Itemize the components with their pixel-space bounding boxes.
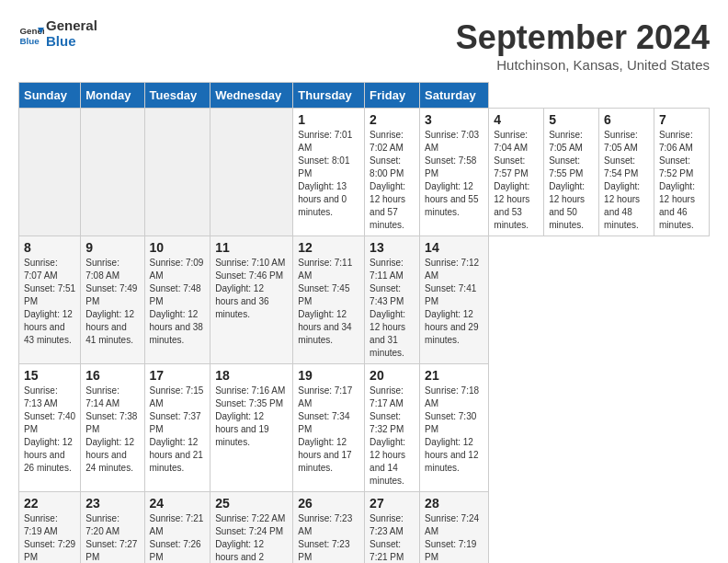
calendar-cell: 2Sunrise: 7:02 AMSunset: 8:00 PMDaylight… (365, 109, 420, 236)
day-info: Sunrise: 7:07 AMSunset: 7:51 PMDaylight:… (24, 257, 75, 347)
calendar-cell: 20Sunrise: 7:17 AMSunset: 7:32 PMDayligh… (365, 364, 420, 492)
calendar-week-row: 22Sunrise: 7:19 AMSunset: 7:29 PMDayligh… (19, 492, 710, 564)
day-info: Sunrise: 7:09 AMSunset: 7:48 PMDaylight:… (150, 257, 206, 347)
day-info: Sunrise: 7:01 AMSunset: 8:01 PMDaylight:… (298, 129, 359, 219)
calendar-cell: 23Sunrise: 7:20 AMSunset: 7:27 PMDayligh… (81, 492, 144, 564)
day-info: Sunrise: 7:05 AMSunset: 7:55 PMDaylight:… (549, 129, 594, 232)
weekday-header-friday: Friday (365, 83, 420, 109)
day-number: 28 (425, 496, 483, 511)
calendar-cell: 13Sunrise: 7:11 AMSunset: 7:43 PMDayligh… (365, 236, 420, 364)
day-info: Sunrise: 7:08 AMSunset: 7:49 PMDaylight:… (85, 257, 139, 347)
day-info: Sunrise: 7:17 AMSunset: 7:34 PMDaylight:… (298, 385, 359, 475)
day-info: Sunrise: 7:22 AMSunset: 7:24 PMDaylight:… (215, 512, 288, 563)
day-info: Sunrise: 7:20 AMSunset: 7:27 PMDaylight:… (85, 512, 139, 563)
calendar-cell (210, 109, 293, 236)
calendar-title: September 2024 (456, 18, 710, 57)
day-info: Sunrise: 7:02 AMSunset: 8:00 PMDaylight:… (370, 129, 415, 232)
calendar-cell (19, 109, 81, 236)
calendar-cell: 26Sunrise: 7:23 AMSunset: 7:23 PMDayligh… (293, 492, 365, 564)
day-number: 23 (85, 496, 139, 511)
weekday-header-saturday: Saturday (420, 83, 489, 109)
title-section: September 2024 Hutchinson, Kansas, Unite… (456, 18, 710, 73)
calendar-cell: 3Sunrise: 7:03 AMSunset: 7:58 PMDaylight… (420, 109, 489, 236)
day-number: 18 (215, 368, 288, 383)
day-info: Sunrise: 7:03 AMSunset: 7:58 PMDaylight:… (425, 129, 483, 219)
calendar-cell: 5Sunrise: 7:05 AMSunset: 7:55 PMDaylight… (544, 109, 599, 236)
calendar-cell: 4Sunrise: 7:04 AMSunset: 7:57 PMDaylight… (489, 109, 544, 236)
day-number: 26 (298, 496, 359, 511)
calendar-cell: 6Sunrise: 7:05 AMSunset: 7:54 PMDaylight… (599, 109, 654, 236)
day-info: Sunrise: 7:10 AMSunset: 7:46 PMDaylight:… (215, 257, 288, 321)
day-info: Sunrise: 7:13 AMSunset: 7:40 PMDaylight:… (24, 385, 75, 475)
calendar-cell: 19Sunrise: 7:17 AMSunset: 7:34 PMDayligh… (293, 364, 365, 492)
day-number: 21 (425, 368, 483, 383)
day-info: Sunrise: 7:06 AMSunset: 7:52 PMDaylight:… (659, 129, 704, 232)
calendar-table: SundayMondayTuesdayWednesdayThursdayFrid… (18, 82, 710, 563)
calendar-subtitle: Hutchinson, Kansas, United States (456, 57, 710, 73)
calendar-cell: 18Sunrise: 7:16 AMSunset: 7:35 PMDayligh… (210, 364, 293, 492)
logo-icon: General Blue (18, 21, 44, 47)
calendar-week-row: 1Sunrise: 7:01 AMSunset: 8:01 PMDaylight… (19, 109, 710, 236)
weekday-header-monday: Monday (81, 83, 144, 109)
day-info: Sunrise: 7:16 AMSunset: 7:35 PMDaylight:… (215, 385, 288, 449)
calendar-cell: 28Sunrise: 7:24 AMSunset: 7:19 PMDayligh… (420, 492, 489, 564)
day-number: 24 (150, 496, 206, 511)
day-info: Sunrise: 7:23 AMSunset: 7:21 PMDaylight:… (370, 512, 415, 563)
day-info: Sunrise: 7:24 AMSunset: 7:19 PMDaylight:… (425, 512, 483, 563)
day-info: Sunrise: 7:14 AMSunset: 7:38 PMDaylight:… (85, 385, 139, 475)
day-number: 13 (370, 240, 415, 255)
calendar-cell (144, 109, 210, 236)
weekday-header-sunday: Sunday (19, 83, 81, 109)
calendar-cell: 11Sunrise: 7:10 AMSunset: 7:46 PMDayligh… (210, 236, 293, 364)
day-info: Sunrise: 7:23 AMSunset: 7:23 PMDaylight:… (298, 512, 359, 563)
day-number: 10 (150, 240, 206, 255)
day-number: 27 (370, 496, 415, 511)
calendar-cell: 27Sunrise: 7:23 AMSunset: 7:21 PMDayligh… (365, 492, 420, 564)
calendar-cell (81, 109, 144, 236)
weekday-header-wednesday: Wednesday (210, 83, 293, 109)
day-number: 9 (85, 240, 139, 255)
calendar-cell: 25Sunrise: 7:22 AMSunset: 7:24 PMDayligh… (210, 492, 293, 564)
calendar-cell: 24Sunrise: 7:21 AMSunset: 7:26 PMDayligh… (144, 492, 210, 564)
day-info: Sunrise: 7:15 AMSunset: 7:37 PMDaylight:… (150, 385, 206, 475)
day-info: Sunrise: 7:11 AMSunset: 7:45 PMDaylight:… (298, 257, 359, 347)
calendar-cell: 12Sunrise: 7:11 AMSunset: 7:45 PMDayligh… (293, 236, 365, 364)
day-number: 6 (604, 112, 649, 127)
page-header: General Blue General Blue September 2024… (18, 18, 710, 73)
day-number: 14 (425, 240, 483, 255)
svg-text:Blue: Blue (19, 35, 40, 45)
day-number: 22 (24, 496, 75, 511)
day-info: Sunrise: 7:19 AMSunset: 7:29 PMDaylight:… (24, 512, 75, 563)
day-info: Sunrise: 7:05 AMSunset: 7:54 PMDaylight:… (604, 129, 649, 232)
day-number: 20 (370, 368, 415, 383)
day-number: 2 (370, 112, 415, 127)
day-number: 25 (215, 496, 288, 511)
calendar-cell: 15Sunrise: 7:13 AMSunset: 7:40 PMDayligh… (19, 364, 81, 492)
day-number: 3 (425, 112, 483, 127)
calendar-cell: 10Sunrise: 7:09 AMSunset: 7:48 PMDayligh… (144, 236, 210, 364)
calendar-cell: 21Sunrise: 7:18 AMSunset: 7:30 PMDayligh… (420, 364, 489, 492)
logo-name-line1: General (46, 18, 97, 34)
calendar-cell: 14Sunrise: 7:12 AMSunset: 7:41 PMDayligh… (420, 236, 489, 364)
day-info: Sunrise: 7:21 AMSunset: 7:26 PMDaylight:… (150, 512, 206, 563)
calendar-cell: 17Sunrise: 7:15 AMSunset: 7:37 PMDayligh… (144, 364, 210, 492)
logo: General Blue General Blue (18, 18, 97, 49)
day-number: 16 (85, 368, 139, 383)
logo-name-line2: Blue (46, 34, 97, 50)
day-number: 8 (24, 240, 75, 255)
day-number: 5 (549, 112, 594, 127)
day-info: Sunrise: 7:18 AMSunset: 7:30 PMDaylight:… (425, 385, 483, 475)
day-number: 11 (215, 240, 288, 255)
day-info: Sunrise: 7:12 AMSunset: 7:41 PMDaylight:… (425, 257, 483, 347)
day-info: Sunrise: 7:11 AMSunset: 7:43 PMDaylight:… (370, 257, 415, 360)
weekday-header-thursday: Thursday (293, 83, 365, 109)
day-number: 15 (24, 368, 75, 383)
day-number: 12 (298, 240, 359, 255)
weekday-header-row: SundayMondayTuesdayWednesdayThursdayFrid… (19, 83, 710, 109)
calendar-cell: 7Sunrise: 7:06 AMSunset: 7:52 PMDaylight… (654, 109, 710, 236)
day-info: Sunrise: 7:17 AMSunset: 7:32 PMDaylight:… (370, 385, 415, 488)
day-number: 17 (150, 368, 206, 383)
day-number: 19 (298, 368, 359, 383)
day-number: 1 (298, 112, 359, 127)
calendar-cell: 22Sunrise: 7:19 AMSunset: 7:29 PMDayligh… (19, 492, 81, 564)
